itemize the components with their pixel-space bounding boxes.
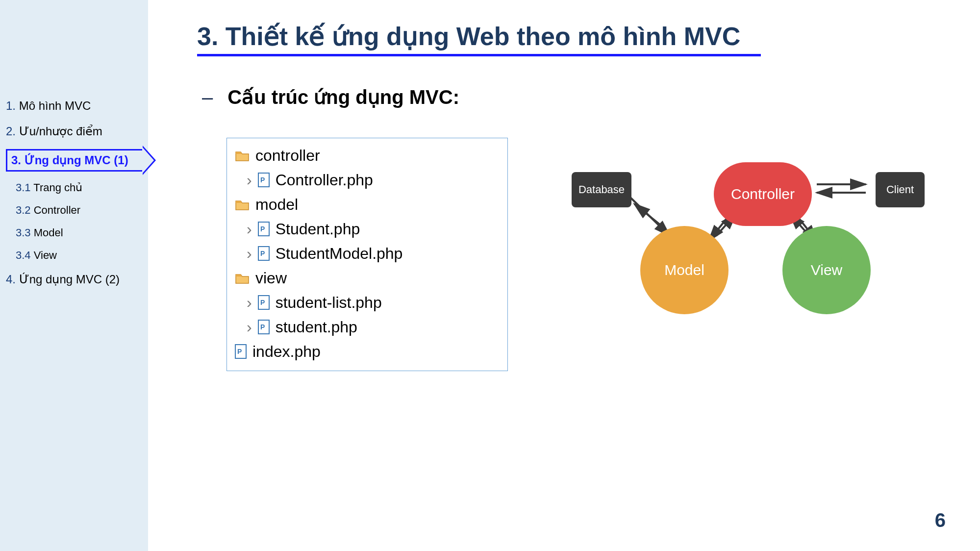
php-file-icon: P xyxy=(258,295,270,310)
chevron-right-icon: › xyxy=(247,318,252,336)
chevron-right-icon: › xyxy=(247,171,252,189)
sidebar: 1. Mô hình MVC 2. Ưu/nhược điểm 3. Ứng d… xyxy=(0,0,148,551)
diagram-view-circle: View xyxy=(782,226,871,314)
folder-icon xyxy=(235,198,250,211)
folder-view[interactable]: view xyxy=(235,266,500,290)
folder-icon xyxy=(235,272,250,284)
svg-text:P: P xyxy=(260,250,265,257)
nav-item-3-active[interactable]: 3. Ứng dụng MVC (1) xyxy=(0,144,148,176)
svg-text:P: P xyxy=(260,323,265,331)
svg-text:P: P xyxy=(237,348,242,355)
page-number: 6 xyxy=(935,509,946,531)
title-underline xyxy=(197,54,761,56)
page-title: 3. Thiết kế ứng dụng Web theo mô hình MV… xyxy=(197,22,926,51)
php-file-icon: P xyxy=(258,222,270,236)
file-student-php[interactable]: › P Student.php xyxy=(235,217,500,241)
file-index-php[interactable]: P index.php xyxy=(235,339,500,364)
chevron-right-icon: › xyxy=(247,294,252,312)
file-student-list-php[interactable]: › P student-list.php xyxy=(235,290,500,315)
file-student-php-view[interactable]: › P student.php xyxy=(235,315,500,339)
folder-model[interactable]: model xyxy=(235,192,500,217)
chevron-right-icon: › xyxy=(247,245,252,263)
svg-text:P: P xyxy=(260,176,265,184)
chevron-right-icon: › xyxy=(247,220,252,238)
file-controller-php[interactable]: › P Controller.php xyxy=(235,168,500,192)
content: 3. Thiết kế ứng dụng Web theo mô hình MV… xyxy=(148,0,980,551)
file-studentmodel-php[interactable]: › P StudentModel.php xyxy=(235,241,500,266)
php-file-icon: P xyxy=(258,246,270,261)
php-file-icon: P xyxy=(258,173,270,187)
subtitle: – Cấu trúc ứng dụng MVC: xyxy=(197,86,926,108)
diagram-controller-circle: Controller xyxy=(714,162,812,226)
nav-item-4[interactable]: 4. Ứng dụng MVC (2) xyxy=(0,267,148,292)
php-file-icon: P xyxy=(258,320,270,334)
nav-item-2[interactable]: 2. Ưu/nhược điểm xyxy=(0,119,148,144)
nav-sub-32[interactable]: 3.2 Controller xyxy=(0,199,148,222)
mvc-diagram: Database Controller Client Model View xyxy=(572,162,925,329)
nav-sub-34[interactable]: 3.4 View xyxy=(0,244,148,267)
php-file-icon: P xyxy=(235,344,247,359)
nav-sub-31[interactable]: 3.1 Trang chủ xyxy=(0,176,148,199)
folder-icon xyxy=(235,149,250,162)
svg-text:P: P xyxy=(260,299,265,306)
folder-controller[interactable]: controller xyxy=(235,143,500,168)
svg-text:P: P xyxy=(260,225,265,233)
svg-line-13 xyxy=(634,204,665,228)
nav-item-1[interactable]: 1. Mô hình MVC xyxy=(0,93,148,119)
diagram-model-circle: Model xyxy=(640,226,729,314)
diagram-database-box: Database xyxy=(572,172,631,207)
nav-sub-33[interactable]: 3.3 Model xyxy=(0,222,148,244)
diagram-client-box: Client xyxy=(876,172,925,207)
file-tree: controller › P Controller.php model › xyxy=(226,138,508,371)
